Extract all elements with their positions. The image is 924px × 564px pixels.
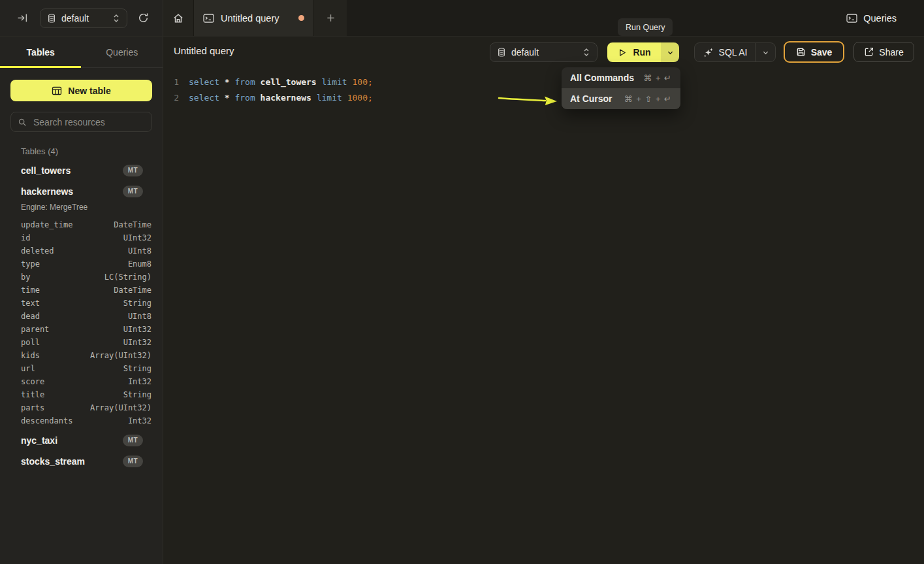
menu-item-label: At Cursor: [570, 93, 613, 104]
toolbar-database-value: default: [511, 47, 539, 58]
run-options-menu: All Commands⌘ + ↵At Cursor⌘ + ⇧ + ↵: [562, 67, 680, 109]
table-row-hackernews[interactable]: hackernewsMT: [0, 181, 163, 202]
active-tab-underline: [0, 66, 81, 68]
new-table-button[interactable]: New table: [10, 80, 152, 101]
column-type: Int32: [128, 416, 151, 425]
play-icon: [617, 48, 627, 58]
refresh-icon: [138, 12, 149, 24]
table-name: cell_towers: [21, 165, 123, 176]
sidebar-tab-queries[interactable]: Queries: [82, 37, 163, 67]
run-button[interactable]: Run: [607, 42, 661, 62]
sql-ai-button[interactable]: SQL AI: [695, 43, 755, 61]
query-title: Untitled query: [174, 45, 234, 56]
terminal-icon: [846, 14, 857, 23]
database-icon: [47, 14, 56, 23]
share-button[interactable]: Share: [853, 42, 914, 62]
column-type: Enum8: [128, 259, 151, 269]
engine-badge: MT: [123, 435, 143, 446]
column-name: parent: [21, 325, 123, 334]
table-icon: [52, 86, 62, 95]
query-toolbar: Untitled query default Run: [163, 37, 924, 68]
column-type: DateTime: [114, 286, 151, 295]
menu-item-all-commands[interactable]: All Commands⌘ + ↵: [562, 67, 680, 88]
search-input[interactable]: [32, 116, 145, 128]
column-type: UInt8: [128, 246, 151, 256]
column-row: descendantsInt32: [0, 414, 163, 427]
sidebar-tabs: Tables Queries: [0, 37, 163, 68]
column-type: Array(UInt32): [90, 403, 151, 412]
column-name: url: [21, 364, 123, 373]
top-bar: default Untitled query Queries: [0, 0, 924, 37]
save-button[interactable]: Save: [784, 41, 844, 63]
column-row: parentUInt32: [0, 323, 163, 336]
share-icon: [864, 47, 874, 57]
tab-untitled-query[interactable]: Untitled query: [193, 0, 314, 36]
plus-icon: [326, 13, 336, 23]
table-name: stocks_stream: [21, 456, 123, 467]
tab-title: Untitled query: [221, 13, 279, 24]
save-icon: [796, 47, 806, 57]
sql-ai-label: SQL AI: [719, 47, 748, 58]
chevron-updown-icon: [112, 14, 120, 23]
home-tab-button[interactable]: [163, 0, 193, 36]
column-row: timeDateTime: [0, 284, 163, 297]
refresh-button[interactable]: [135, 10, 151, 26]
column-type: String: [123, 364, 151, 373]
code-text: select * from hackernews limit 1000;: [189, 90, 373, 106]
run-options-button[interactable]: [661, 42, 679, 62]
sql-ai-button-group: SQL AI: [694, 42, 776, 62]
column-name: title: [21, 390, 123, 399]
column-name: by: [21, 273, 104, 282]
collapse-sidebar-icon: [17, 12, 28, 24]
sidebar-top-bar: default: [0, 0, 163, 36]
table-row-nyc_taxi[interactable]: nyc_taxiMT: [0, 430, 163, 451]
column-type: Int32: [128, 377, 151, 386]
column-name: descendants: [21, 416, 128, 425]
column-name: deleted: [21, 246, 128, 256]
table-row-cell_towers[interactable]: cell_towersMT: [0, 160, 163, 181]
column-row: update_timeDateTime: [0, 218, 163, 231]
sidebar-tab-tables[interactable]: Tables: [0, 37, 82, 67]
queries-panel-label: Queries: [863, 13, 897, 24]
engine-badge: MT: [123, 165, 143, 176]
chevron-down-icon: [762, 49, 769, 56]
sidebar: Tables Queries New table Tables (4) cell…: [0, 37, 163, 564]
collapse-sidebar-button[interactable]: [14, 10, 31, 26]
column-row: deletedUInt8: [0, 244, 163, 257]
database-selector[interactable]: default: [40, 8, 127, 28]
main-panel: Untitled query default Run: [163, 37, 924, 564]
column-name: id: [21, 233, 123, 242]
column-row: partsArray(UInt32): [0, 401, 163, 414]
column-name: text: [21, 299, 123, 308]
table-row-stocks_stream[interactable]: stocks_streamMT: [0, 451, 163, 472]
database-selector-value: default: [61, 13, 107, 24]
column-name: type: [21, 259, 128, 269]
line-number: 2: [163, 90, 179, 106]
column-type: String: [123, 390, 151, 399]
menu-item-shortcut: ⌘ + ⇧ + ↵: [624, 94, 672, 104]
sql-ai-options-button[interactable]: [755, 43, 775, 61]
menu-item-label: All Commands: [570, 73, 634, 83]
tab-strip: Untitled query: [163, 0, 347, 36]
column-row: titleString: [0, 388, 163, 401]
new-tab-button[interactable]: [314, 0, 347, 36]
column-type: UInt32: [123, 325, 151, 334]
search-resources-box[interactable]: [10, 112, 152, 132]
unsaved-indicator-dot: [298, 15, 304, 21]
run-query-tooltip: Run Query: [618, 18, 673, 36]
column-row: scoreInt32: [0, 375, 163, 388]
column-row: urlString: [0, 362, 163, 375]
search-icon: [18, 118, 27, 127]
table-tree: cell_towersMThackernewsMTEngine: MergeTr…: [0, 160, 163, 472]
sql-editor[interactable]: 1select * from cell_towers limit 100;2se…: [163, 68, 924, 564]
menu-item-at-cursor[interactable]: At Cursor⌘ + ⇧ + ↵: [562, 88, 680, 109]
menu-item-shortcut: ⌘ + ↵: [643, 73, 672, 83]
column-type: UInt32: [123, 338, 151, 347]
code-text: select * from cell_towers limit 100;: [189, 75, 373, 90]
code-line[interactable]: 1select * from cell_towers limit 100;: [163, 75, 924, 90]
chevron-down-icon: [667, 49, 674, 56]
toolbar-database-selector[interactable]: default: [490, 42, 597, 62]
column-name: kids: [21, 351, 90, 360]
queries-panel-button[interactable]: Queries: [842, 0, 900, 36]
column-name: score: [21, 377, 128, 386]
